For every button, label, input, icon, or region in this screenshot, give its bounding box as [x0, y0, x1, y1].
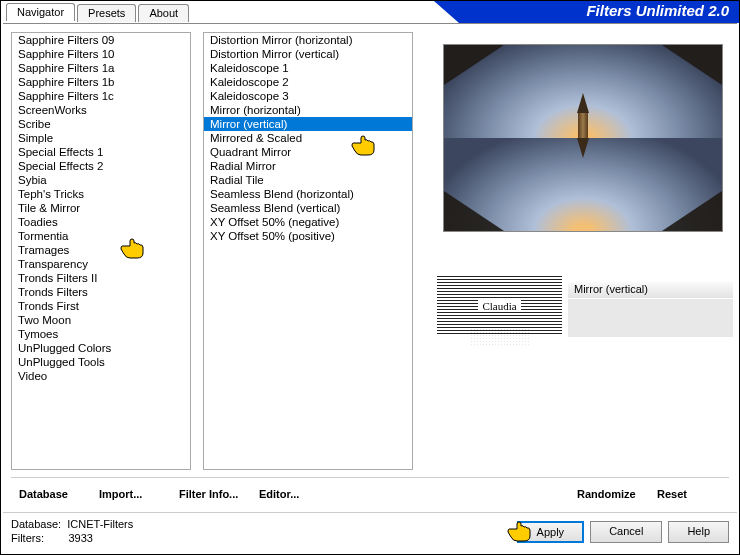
list-item[interactable]: Simple	[12, 131, 190, 145]
list-item[interactable]: Sapphire Filters 1a	[12, 61, 190, 75]
db-info: Database: ICNET-Filters Filters: 3933	[11, 517, 133, 545]
import-link[interactable]: Import...	[91, 484, 171, 504]
list-item[interactable]: Scribe	[12, 117, 190, 131]
list-item[interactable]: Mirrored & Scaled	[204, 131, 412, 145]
tabs-bar: NavigatorPresetsAbout	[6, 4, 191, 22]
help-button[interactable]: Help	[668, 521, 729, 543]
list-item[interactable]: Kaleidoscope 1	[204, 61, 412, 75]
list-item[interactable]: Kaleidoscope 3	[204, 89, 412, 103]
list-item[interactable]: Mirror (horizontal)	[204, 103, 412, 117]
bottom-link-bar: Database Import... Filter Info... Editor…	[11, 484, 729, 504]
list-item[interactable]: Tymoes	[12, 327, 190, 341]
main-area: Sapphire Filters 09Sapphire Filters 10Sa…	[3, 23, 737, 510]
list-item[interactable]: Sybia	[12, 173, 190, 187]
watermark-stamp: Claudia	[437, 276, 562, 336]
list-item[interactable]: Sapphire Filters 1b	[12, 75, 190, 89]
randomize-link[interactable]: Randomize	[569, 484, 649, 504]
cancel-button[interactable]: Cancel	[590, 521, 662, 543]
reset-link[interactable]: Reset	[649, 484, 729, 504]
divider	[11, 477, 729, 478]
list-item[interactable]: Tronds Filters II	[12, 271, 190, 285]
footer-bar: Database: ICNET-Filters Filters: 3933 Ap…	[3, 512, 737, 552]
list-item[interactable]: Distortion Mirror (horizontal)	[204, 33, 412, 47]
editor-link[interactable]: Editor...	[251, 484, 331, 504]
filter-name-label: Mirror (vertical)	[568, 282, 733, 298]
tab-presets[interactable]: Presets	[77, 4, 136, 22]
list-item[interactable]: Radial Mirror	[204, 159, 412, 173]
tab-navigator[interactable]: Navigator	[6, 3, 75, 21]
list-item[interactable]: Tronds First	[12, 299, 190, 313]
filter-params-area	[568, 299, 733, 337]
list-item[interactable]: Tronds Filters	[12, 285, 190, 299]
title-banner: Filters Unlimited 2.0	[459, 1, 739, 23]
list-item[interactable]: Tormentia	[12, 229, 190, 243]
list-item[interactable]: Sapphire Filters 1c	[12, 89, 190, 103]
filter-info-link[interactable]: Filter Info...	[171, 484, 251, 504]
category-list[interactable]: Sapphire Filters 09Sapphire Filters 10Sa…	[11, 32, 191, 470]
list-item[interactable]: XY Offset 50% (negative)	[204, 215, 412, 229]
list-item[interactable]: Tile & Mirror	[12, 201, 190, 215]
list-item[interactable]: Quadrant Mirror	[204, 145, 412, 159]
apply-button[interactable]: Apply	[517, 521, 585, 543]
list-item[interactable]: Video	[12, 369, 190, 383]
filter-list[interactable]: Distortion Mirror (horizontal)Distortion…	[203, 32, 413, 470]
list-item[interactable]: XY Offset 50% (positive)	[204, 229, 412, 243]
list-item[interactable]: Special Effects 1	[12, 145, 190, 159]
list-item[interactable]: UnPlugged Colors	[12, 341, 190, 355]
list-item[interactable]: Two Moon	[12, 313, 190, 327]
list-item[interactable]: Kaleidoscope 2	[204, 75, 412, 89]
list-item[interactable]: Seamless Blend (vertical)	[204, 201, 412, 215]
list-item[interactable]: Sapphire Filters 10	[12, 47, 190, 61]
list-item[interactable]: UnPlugged Tools	[12, 355, 190, 369]
list-item[interactable]: Distortion Mirror (vertical)	[204, 47, 412, 61]
list-item[interactable]: Mirror (vertical)	[204, 117, 412, 131]
watermark-text: Claudia	[478, 300, 520, 312]
list-item[interactable]: Transparency	[12, 257, 190, 271]
list-item[interactable]: Teph's Tricks	[12, 187, 190, 201]
database-link[interactable]: Database	[11, 484, 91, 504]
list-item[interactable]: ScreenWorks	[12, 103, 190, 117]
tab-about[interactable]: About	[138, 4, 189, 22]
list-item[interactable]: Seamless Blend (horizontal)	[204, 187, 412, 201]
list-item[interactable]: Tramages	[12, 243, 190, 257]
preview-image	[443, 44, 723, 232]
list-item[interactable]: Special Effects 2	[12, 159, 190, 173]
list-item[interactable]: Toadies	[12, 215, 190, 229]
list-item[interactable]: Sapphire Filters 09	[12, 33, 190, 47]
list-item[interactable]: Radial Tile	[204, 173, 412, 187]
